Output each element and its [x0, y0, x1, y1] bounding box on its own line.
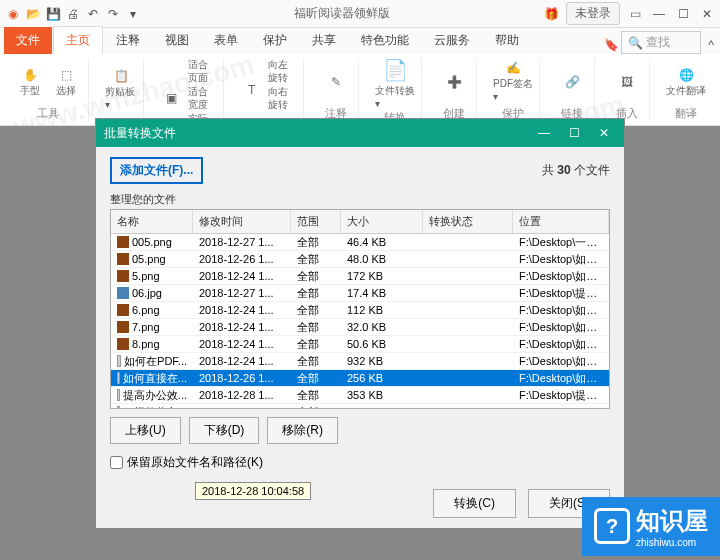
col-loc[interactable]: 位置 — [513, 210, 609, 233]
insert-tool[interactable]: 🖼 — [611, 58, 643, 106]
file-grid: 名称 修改时间 范围 大小 转换状态 位置 005.png2018-12-27 … — [110, 209, 610, 409]
translate-icon: 🌐 — [679, 68, 694, 82]
col-status[interactable]: 转换状态 — [423, 210, 513, 233]
move-up-button[interactable]: 上移(U) — [110, 417, 181, 444]
col-name[interactable]: 名称 — [111, 210, 193, 233]
clipboard-icon: 📋 — [114, 69, 129, 83]
keep-original-label: 保留原始文件名和路径(K) — [127, 454, 263, 471]
tab-help[interactable]: 帮助 — [483, 27, 531, 54]
search-input[interactable]: 🔍查找 — [621, 31, 701, 54]
insert-icon: 🖼 — [621, 75, 633, 89]
date-tooltip: 2018-12-28 10:04:58 — [195, 482, 311, 500]
dialog-maximize-icon[interactable]: ☐ — [562, 123, 586, 143]
remove-button[interactable]: 移除(R) — [267, 417, 338, 444]
brand-badge: ? 知识屋 zhishiwu.com — [582, 500, 720, 552]
table-row[interactable]: 06.jpg2018-12-27 1...全部17.4 KBF:\Desktop… — [111, 285, 609, 302]
close-icon[interactable]: ✕ — [698, 5, 716, 23]
search-icon: 🔍 — [628, 36, 643, 50]
minimize-icon[interactable]: — — [650, 5, 668, 23]
tab-cloud[interactable]: 云服务 — [422, 27, 482, 54]
file-count: 共 30 个文件 — [542, 162, 610, 179]
table-row[interactable]: 提高办公效...2018-12-28 1...全部353 KBF:\Deskto… — [111, 387, 609, 404]
hand-tool[interactable]: ✋手型 — [14, 58, 46, 106]
redo-icon[interactable]: ↷ — [104, 5, 122, 23]
tab-protect[interactable]: 保护 — [251, 27, 299, 54]
create-tool[interactable]: ➕ — [438, 58, 470, 106]
gift-icon[interactable]: 🎁 — [542, 5, 560, 23]
organize-label: 整理您的文件 — [110, 192, 610, 207]
sign-icon: ✍ — [506, 61, 521, 75]
skin-icon[interactable]: ▭ — [626, 5, 644, 23]
brand-icon: ? — [594, 508, 630, 544]
save-icon[interactable]: 💾 — [44, 5, 62, 23]
undo-icon[interactable]: ↶ — [84, 5, 102, 23]
maximize-icon[interactable]: ☐ — [674, 5, 692, 23]
file-icon — [117, 253, 129, 265]
convert-tool[interactable]: 📄文件转换▾ — [375, 58, 415, 110]
link-icon: 🔗 — [565, 75, 580, 89]
app-logo-icon: ◉ — [4, 5, 22, 23]
file-icon — [117, 236, 129, 248]
select-tool[interactable]: ⬚选择 — [50, 58, 82, 106]
tab-comment[interactable]: 注释 — [104, 27, 152, 54]
table-row[interactable]: 005.png2018-12-27 1...全部46.4 KBF:\Deskto… — [111, 234, 609, 251]
clipboard[interactable]: 📋剪贴板▾ — [105, 58, 137, 121]
grid-header: 名称 修改时间 范围 大小 转换状态 位置 — [111, 210, 609, 234]
dialog-title: 批量转换文件 — [104, 125, 176, 142]
tab-form[interactable]: 表单 — [202, 27, 250, 54]
titlebar: ◉ 📂 💾 🖨 ↶ ↷ ▾ 福昕阅读器领鲜版 🎁 未登录 ▭ — ☐ ✕ — [0, 0, 720, 28]
open-icon[interactable]: 📂 — [24, 5, 42, 23]
rotate-left[interactable]: 向左旋转 — [268, 58, 297, 84]
col-size[interactable]: 大小 — [341, 210, 423, 233]
brand-url: zhishiwu.com — [636, 537, 708, 548]
add-file-button[interactable]: 添加文件(F)... — [110, 157, 203, 184]
table-row[interactable]: 如何在PDF...2018-12-24 1...全部932 KBF:\Deskt… — [111, 353, 609, 370]
col-date[interactable]: 修改时间 — [193, 210, 291, 233]
file-icon — [117, 304, 129, 316]
table-row[interactable]: 5.png2018-12-24 1...全部172 KBF:\Desktop\如… — [111, 268, 609, 285]
print-icon[interactable]: 🖨 — [64, 5, 82, 23]
translate-tool[interactable]: 🌐文件翻译 — [666, 58, 706, 106]
ribbon-tabs: 文件 主页 注释 视图 表单 保护 共享 特色功能 云服务 帮助 🔖 🔍查找 ^ — [0, 28, 720, 54]
highlight-tool[interactable]: ✎ — [320, 58, 352, 106]
convert-button[interactable]: 转换(C) — [433, 489, 516, 518]
rotate-right[interactable]: 向右旋转 — [268, 85, 297, 111]
table-row[interactable]: 一招教你免...2018-12-28 1...全部385 KBF:\Deskto… — [111, 404, 609, 409]
table-row[interactable]: 7.png2018-12-24 1...全部32.0 KBF:\Desktop\… — [111, 319, 609, 336]
highlight-icon: ✎ — [331, 75, 341, 89]
tab-file[interactable]: 文件 — [4, 27, 52, 54]
collapse-ribbon-icon[interactable]: ^ — [702, 36, 720, 54]
text-icon: T — [248, 83, 255, 97]
sign-tool[interactable]: ✍PDF签名▾ — [493, 58, 533, 106]
table-row[interactable]: 6.png2018-12-24 1...全部112 KBF:\Desktop\如… — [111, 302, 609, 319]
file-icon — [117, 287, 129, 299]
table-row[interactable]: 8.png2018-12-24 1...全部50.6 KBF:\Desktop\… — [111, 336, 609, 353]
col-range[interactable]: 范围 — [291, 210, 341, 233]
dropdown-icon[interactable]: ▾ — [124, 5, 142, 23]
ribbon: ✋手型 ⬚选择 工具 📋剪贴板▾ ▣ 适合页面 适合宽度 实际大小 视图 T 向… — [0, 54, 720, 126]
dialog-close-icon[interactable]: ✕ — [592, 123, 616, 143]
tab-share[interactable]: 共享 — [300, 27, 348, 54]
tab-view[interactable]: 视图 — [153, 27, 201, 54]
fit-width-label[interactable]: 适合宽度 — [188, 85, 217, 111]
keep-original-checkbox[interactable] — [110, 456, 123, 469]
file-icon — [117, 406, 120, 409]
table-row[interactable]: 05.png2018-12-26 1...全部48.0 KBF:\Desktop… — [111, 251, 609, 268]
bookmark-icon[interactable]: 🔖 — [602, 36, 620, 54]
move-down-button[interactable]: 下移(D) — [189, 417, 260, 444]
table-row[interactable]: 如何直接在...2018-12-26 1...全部256 KBF:\Deskto… — [111, 370, 609, 387]
login-status[interactable]: 未登录 — [566, 2, 620, 25]
link-tool[interactable]: 🔗 — [556, 58, 588, 106]
file-icon — [117, 338, 129, 350]
tab-home[interactable]: 主页 — [53, 26, 103, 54]
fit-page-icon: ▣ — [166, 91, 177, 105]
file-icon — [117, 389, 120, 401]
file-icon — [117, 270, 129, 282]
dialog-minimize-icon[interactable]: — — [532, 123, 556, 143]
fit-page-label[interactable]: 适合页面 — [188, 58, 217, 84]
tab-feature[interactable]: 特色功能 — [349, 27, 421, 54]
grid-body[interactable]: 005.png2018-12-27 1...全部46.4 KBF:\Deskto… — [111, 234, 609, 409]
text-tool[interactable]: T — [240, 58, 264, 121]
dialog-titlebar[interactable]: 批量转换文件 — ☐ ✕ — [96, 119, 624, 147]
hand-icon: ✋ — [23, 68, 38, 82]
